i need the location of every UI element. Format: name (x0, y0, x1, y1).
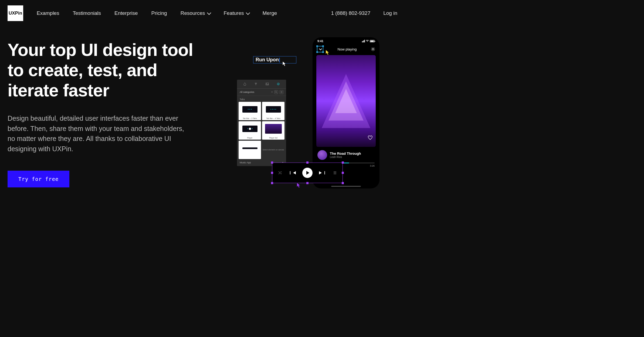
signal-icon (362, 40, 365, 42)
selection-handle[interactable] (306, 182, 309, 184)
artist-avatar[interactable] (317, 150, 327, 160)
selection-handle[interactable] (271, 161, 273, 164)
track-title: The Road Through (330, 151, 361, 156)
header: UXPin Examples Testimonials Enterprise P… (0, 0, 405, 26)
hero-illustration: Run Upon All categories ▾ Tabs Tab Bar –… (218, 40, 397, 187)
wifi-icon (366, 40, 369, 42)
hint-text: Select element on canvas (262, 149, 284, 151)
hero-subtitle: Design beautiful, detailed user interfac… (8, 113, 191, 154)
chevron-down-icon (319, 47, 322, 50)
nav-merge[interactable]: Merge (262, 10, 277, 16)
card-caption: Player full (262, 136, 284, 140)
search-icon[interactable] (274, 90, 278, 94)
selection-handle[interactable] (342, 161, 344, 164)
category-label: All categories (240, 91, 270, 93)
library-tabs (237, 80, 286, 89)
phone-number[interactable]: 1 (888) 802-9327 (331, 10, 370, 16)
app-name-label: Music App (240, 161, 251, 164)
card-caption: Player (239, 136, 261, 140)
time-total: 3:26 (370, 164, 375, 167)
text-icon[interactable] (254, 82, 257, 86)
cursor-purple-icon (296, 183, 301, 188)
hero-section: Your top UI design tool to create, test,… (0, 26, 405, 187)
phone-title: Now playing (338, 47, 357, 51)
card-caption (239, 156, 261, 159)
svg-point-3 (275, 91, 277, 93)
heart-icon[interactable] (368, 136, 372, 140)
library-grid: Tab Bar – 3 Tabs Tab Bar – 4 Tabs Player… (237, 102, 286, 159)
previous-button[interactable] (293, 171, 296, 174)
track-artist: Leah Rios (330, 156, 361, 159)
main-nav: Examples Testimonials Enterprise Pricing… (37, 10, 277, 16)
hero-title: Your top UI design tool to create, test,… (8, 40, 207, 100)
nav-resources[interactable]: Resources (181, 10, 210, 16)
library-card-tab4[interactable]: Tab Bar – 4 Tabs (262, 102, 284, 120)
nav-pricing[interactable]: Pricing (151, 10, 167, 16)
track-info: The Road Through Leah Rios (313, 147, 379, 161)
try-free-button[interactable]: Try for free (8, 171, 69, 187)
library-card-progress[interactable] (239, 141, 261, 159)
player-controls-selected[interactable] (272, 163, 343, 183)
card-caption: Tab Bar – 3 Tabs (239, 117, 261, 120)
library-card-tab3[interactable]: Tab Bar – 3 Tabs (239, 102, 261, 120)
nav-testimonials[interactable]: Testimonials (73, 10, 101, 16)
gear-icon[interactable] (371, 47, 375, 51)
nav-features-label: Features (223, 10, 244, 16)
back-button-selected[interactable] (317, 46, 323, 52)
nav-features[interactable]: Features (223, 10, 249, 16)
login-link[interactable]: Log in (383, 10, 397, 16)
category-dropdown[interactable]: All categories ▾ (237, 89, 286, 96)
component-icon[interactable] (277, 82, 280, 86)
cursor-icon (282, 61, 286, 66)
image-icon[interactable] (266, 82, 269, 86)
selection-handle[interactable] (271, 172, 273, 174)
queue-icon[interactable] (333, 171, 337, 175)
list-icon[interactable] (280, 90, 283, 94)
selection-handle[interactable] (306, 161, 309, 164)
selection-handle[interactable] (342, 182, 344, 184)
album-art (316, 55, 376, 147)
library-panel: All categories ▾ Tabs Tab Bar – 3 Tabs T… (237, 80, 286, 166)
card-caption: Tab Bar – 4 Tabs (262, 117, 284, 120)
phone-header: Now playing (313, 45, 379, 55)
library-card-empty: Select element on canvas (262, 141, 284, 159)
svg-point-2 (277, 83, 279, 85)
chevron-down-icon (246, 11, 250, 15)
status-time: 9:41 (317, 39, 323, 43)
nav-enterprise[interactable]: Enterprise (114, 10, 138, 16)
cursor-yellow-icon (325, 50, 330, 55)
status-bar: 9:41 (313, 37, 379, 45)
header-right: 1 (888) 802-9327 Log in (331, 10, 397, 16)
library-card-player[interactable]: Player (239, 121, 261, 140)
nav-examples[interactable]: Examples (37, 10, 59, 16)
library-card-playerfull[interactable]: Player full (262, 121, 284, 140)
canvas-text-input[interactable]: Run Upon (253, 56, 296, 63)
section-label: Tabs (237, 96, 286, 102)
chevron-down-icon: ▾ (272, 91, 273, 93)
chevron-down-icon (207, 11, 211, 15)
home-indicator (331, 186, 361, 187)
status-icons (362, 39, 375, 43)
next-button[interactable] (319, 171, 322, 174)
svg-point-4 (372, 49, 374, 50)
nav-resources-label: Resources (181, 10, 205, 16)
play-button[interactable] (302, 168, 313, 178)
selection-handle[interactable] (271, 182, 273, 184)
drop-icon[interactable] (243, 82, 246, 86)
logo[interactable]: UXPin (8, 5, 23, 21)
selection-handle[interactable] (342, 172, 344, 174)
battery-icon (370, 40, 375, 42)
hero-content: Your top UI design tool to create, test,… (8, 40, 207, 187)
svg-rect-0 (266, 83, 269, 85)
shuffle-icon[interactable] (278, 171, 282, 175)
